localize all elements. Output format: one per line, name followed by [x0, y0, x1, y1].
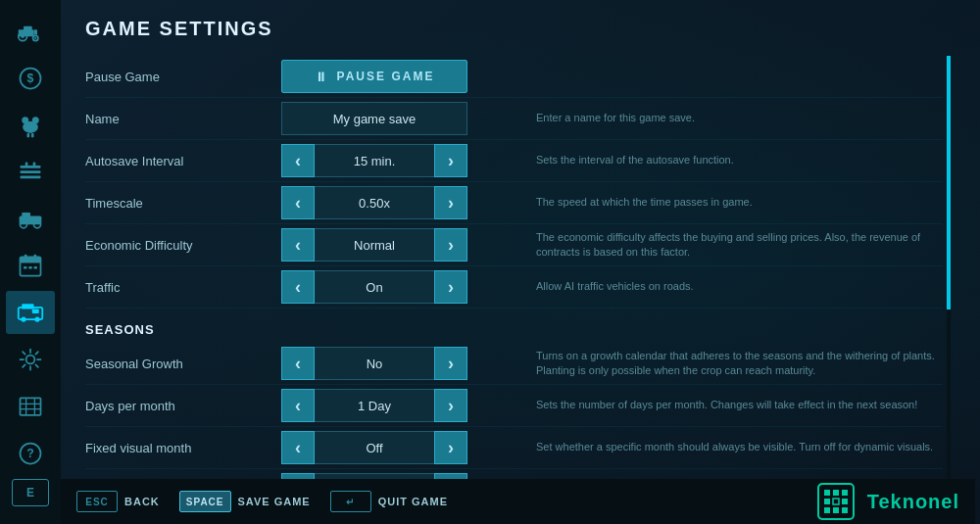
economic-difficulty-decrease-button[interactable] — [281, 228, 315, 262]
back-label: BACK — [124, 496, 160, 507]
timescale-value: 0.50x — [315, 186, 434, 219]
pause-game-label: Pause Game — [85, 70, 281, 84]
economic-difficulty-label: Economic Difficulty — [85, 238, 281, 253]
fixed-visual-month-spinner: Off — [281, 431, 467, 464]
svg-rect-28 — [28, 266, 32, 269]
pause-game-button[interactable]: ⏸ PAUSE GAME — [281, 60, 467, 93]
days-per-month-control: 1 Day — [281, 389, 507, 422]
fixed-visual-month-decrease-button[interactable] — [281, 431, 315, 464]
svg-rect-27 — [24, 266, 27, 269]
active-vehicles-icon — [17, 299, 44, 326]
economic-difficulty-description: The economic difficulty affects the buyi… — [507, 230, 943, 261]
svg-text:?: ? — [26, 447, 33, 460]
sidebar-item-tractor[interactable] — [6, 10, 55, 53]
machines-icon — [17, 206, 44, 233]
traffic-control: On — [281, 270, 507, 304]
sidebar-item-help[interactable]: ? — [6, 432, 55, 475]
sidebar-item-calendar[interactable] — [6, 245, 55, 288]
autosave-increase-button[interactable] — [434, 144, 467, 177]
quit-key: ↵ — [330, 491, 371, 512]
timescale-label: Timescale — [85, 196, 281, 211]
timescale-description: The speed at which the time passes in ga… — [507, 195, 943, 210]
sidebar-bottom: E — [12, 479, 49, 514]
traffic-increase-button[interactable] — [434, 270, 467, 304]
sidebar-item-settings[interactable] — [6, 338, 55, 381]
svg-point-11 — [32, 117, 39, 123]
teknonel-logo-icon — [814, 480, 858, 523]
autosave-spinner: 15 min. — [281, 144, 467, 177]
scroll-thumb — [947, 56, 951, 310]
back-button[interactable]: ESC BACK — [76, 491, 160, 512]
seasonal-growth-row: Seasonal Growth No Turns on a growth cal… — [85, 343, 943, 385]
svg-rect-20 — [22, 213, 30, 217]
svg-rect-18 — [33, 162, 36, 167]
timescale-decrease-button[interactable] — [281, 186, 315, 219]
sidebar-item-animals[interactable] — [6, 104, 55, 147]
sidebar-item-vehicles[interactable] — [6, 291, 55, 334]
crops-icon — [17, 159, 44, 186]
svg-rect-45 — [824, 507, 830, 513]
tractor-icon — [17, 18, 44, 45]
svg-rect-1 — [24, 26, 32, 31]
svg-rect-29 — [34, 266, 38, 269]
settings-container: Pause Game ⏸ PAUSE GAME Name Enter a nam… — [85, 56, 951, 479]
days-per-month-increase-button[interactable] — [434, 389, 467, 422]
pause-icon: ⏸ — [315, 70, 329, 84]
quit-game-button[interactable]: ↵ QUIT GAME — [330, 491, 448, 512]
days-per-month-row: Days per month 1 Day Sets the number of … — [85, 385, 943, 427]
svg-point-5 — [34, 37, 36, 39]
seasonal-growth-increase-button[interactable] — [434, 347, 467, 380]
gear-icon — [17, 346, 44, 373]
traffic-spinner: On — [281, 270, 467, 304]
calendar-icon — [17, 252, 44, 279]
svg-rect-34 — [32, 310, 39, 313]
pause-game-row: Pause Game ⏸ PAUSE GAME — [85, 56, 943, 98]
page-title: GAME SETTINGS — [85, 18, 951, 40]
money-icon: $ — [17, 65, 44, 92]
sidebar-item-money[interactable]: $ — [6, 57, 55, 100]
fixed-visual-month-description: Set whether a specific month should alwa… — [507, 440, 943, 454]
seasonal-growth-label: Seasonal Growth — [85, 357, 281, 371]
e-button[interactable]: E — [12, 479, 49, 506]
fixed-visual-month-row: Fixed visual month Off Set whether a spe… — [85, 427, 943, 469]
traffic-description: Allow AI traffic vehicles on roads. — [507, 279, 943, 294]
teknonel-logo-text: Teknonel — [867, 491, 959, 513]
name-label: Name — [85, 112, 281, 126]
timescale-row: Timescale 0.50x The speed at which the t… — [85, 182, 943, 224]
name-control — [281, 102, 507, 135]
sidebar-item-map[interactable] — [6, 385, 55, 428]
svg-rect-44 — [842, 499, 848, 504]
svg-rect-13 — [31, 133, 34, 137]
map-icon — [17, 393, 44, 420]
timescale-spinner: 0.50x — [281, 186, 467, 219]
seasonal-growth-description: Turns on a growth calendar that adheres … — [507, 349, 943, 379]
seasons-header: SEASONS — [85, 309, 943, 343]
days-per-month-decrease-button[interactable] — [281, 389, 315, 422]
days-per-month-description: Sets the number of days per month. Chang… — [507, 398, 943, 412]
economic-difficulty-control: Normal — [281, 228, 507, 262]
settings-scroll[interactable]: Pause Game ⏸ PAUSE GAME Name Enter a nam… — [85, 56, 951, 479]
fixed-visual-month-value: Off — [315, 431, 434, 464]
seasonal-growth-decrease-button[interactable] — [281, 347, 315, 380]
svg-point-35 — [26, 356, 35, 364]
svg-point-10 — [22, 117, 28, 123]
svg-point-3 — [21, 34, 24, 38]
seasonal-growth-value: No — [315, 347, 434, 380]
autosave-control: 15 min. — [281, 144, 507, 177]
timescale-increase-button[interactable] — [434, 186, 467, 219]
fixed-visual-month-increase-button[interactable] — [434, 431, 467, 464]
save-game-button[interactable]: SPACE SAVE GAME — [179, 491, 311, 512]
animals-icon — [17, 112, 44, 139]
autosave-decrease-button[interactable] — [281, 144, 315, 177]
snow-row: Snow On Snow falls on the ground and can… — [85, 469, 943, 479]
svg-rect-12 — [27, 133, 30, 137]
sidebar-item-crops[interactable] — [6, 151, 55, 194]
fixed-visual-month-control: Off — [281, 431, 507, 464]
pause-game-control: ⏸ PAUSE GAME — [281, 60, 507, 93]
traffic-decrease-button[interactable] — [281, 270, 315, 304]
name-input[interactable] — [281, 102, 467, 135]
sidebar-item-machines[interactable] — [6, 198, 55, 241]
seasonal-growth-control: No — [281, 347, 507, 380]
economic-difficulty-increase-button[interactable] — [434, 228, 467, 262]
svg-rect-42 — [842, 490, 848, 496]
